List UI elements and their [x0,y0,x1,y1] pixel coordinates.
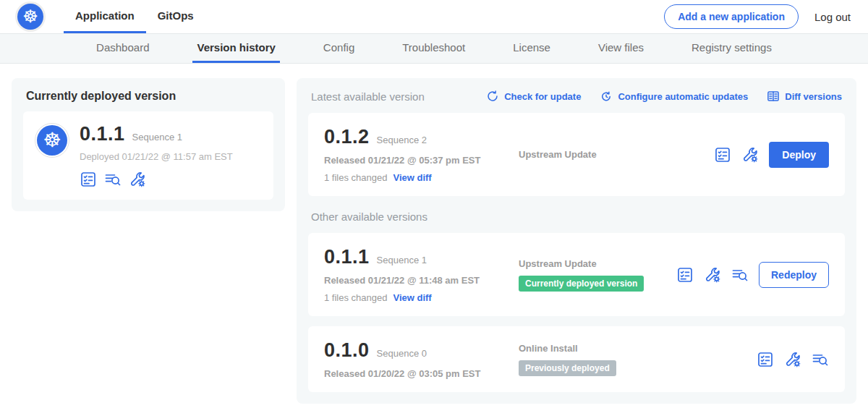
logout-button[interactable]: Log out [814,11,851,23]
tab-application-label: Application [75,9,135,22]
subnav-view-files-label: View files [598,41,644,54]
deployed-version: 0.1.1 [80,123,125,145]
subnav-troubleshoot-label: Troubleshoot [402,41,465,54]
deploy-button[interactable]: Deploy [769,142,829,168]
check-for-update-link[interactable]: Check for update [486,90,581,103]
subnav-items: Dashboard Version history Config Trouble… [92,34,776,63]
redeploy-button[interactable]: Redeploy [759,262,829,288]
logs-icon[interactable] [731,266,749,284]
version-source: Upstream Update Currently deployed versi… [509,258,676,292]
logs-icon[interactable] [104,171,122,188]
header-right: Add a new application Log out [664,0,851,33]
deployed-timestamp: Deployed 01/21/22 @ 11:57 am EST [80,151,233,162]
configure-automatic-updates-link[interactable]: Configure automatic updates [600,90,748,103]
view-diff-link[interactable]: View diff [393,172,431,183]
deployed-actions [80,171,233,188]
version-row-0-1-0: 0.1.0 Sequence 0 Released 01/20/22 @ 03:… [308,326,845,392]
release-notes-icon[interactable] [714,146,731,163]
app-root: ☸ Application GitOps Add a new applicati… [0,0,868,408]
version-sequence: Sequence 1 [377,255,427,265]
versions-panel-actions: Check for update Configure automatic upd… [486,90,842,103]
view-diff-link[interactable]: View diff [393,292,431,303]
diff-icon [767,90,780,103]
source-label: Upstream Update [519,149,714,160]
subnav-view-files[interactable]: View files [594,34,648,63]
released-timestamp: Released 01/21/22 @ 05:37 pm EST [324,155,509,166]
version-actions [757,351,829,368]
released-timestamp: Released 01/21/22 @ 11:48 am EST [324,275,509,286]
add-application-button[interactable]: Add a new application [664,4,799,29]
config-icon[interactable] [129,171,146,188]
deployed-sequence: Sequence 1 [132,132,182,143]
release-notes-icon[interactable] [676,266,694,284]
subnav-license[interactable]: License [509,34,555,63]
version-info: 0.1.0 Sequence 0 Released 01/20/22 @ 03:… [324,339,509,379]
version-info: 0.1.1 Sequence 1 Released 01/21/22 @ 11:… [324,246,509,303]
release-notes-icon[interactable] [80,171,97,188]
released-timestamp: Released 01/20/22 @ 03:05 pm EST [324,368,509,379]
version-source: Upstream Update [509,149,714,160]
latest-version-title: Latest available version [311,90,425,103]
subnav-config-label: Config [323,41,354,54]
check-for-update-label: Check for update [504,91,581,102]
currently-deployed-panel: Currently deployed version ☸ 0.1.1 Seque… [12,78,285,211]
config-icon[interactable] [704,266,721,284]
currently-deployed-card: ☸ 0.1.1 Sequence 1 Deployed 01/21/22 @ 1… [23,111,273,200]
subnav-config[interactable]: Config [319,34,359,63]
version-info: 0.1.2 Sequence 2 Released 01/21/22 @ 05:… [324,126,509,183]
version-actions: Deploy [714,142,829,168]
subnav-registry-settings-label: Registry settings [692,41,772,54]
version-row-0-1-2: 0.1.2 Sequence 2 Released 01/21/22 @ 05:… [308,113,845,196]
kubernetes-wheel-icon: ☸ [37,125,67,156]
currently-deployed-badge: Currently deployed version [519,276,644,292]
kubernetes-logo-icon: ☸ [17,4,43,30]
source-label: Online Install [519,343,757,354]
other-versions-title: Other available versions [311,211,842,223]
subnav-troubleshoot[interactable]: Troubleshoot [398,34,469,63]
versions-panel: Latest available version Check for updat… [297,78,856,404]
main-content: Currently deployed version ☸ 0.1.1 Seque… [0,64,868,408]
version-source: Online Install Previously deployed [509,343,757,376]
logs-icon[interactable] [812,351,829,368]
previously-deployed-badge: Previously deployed [519,360,616,376]
header-tabs: Application GitOps [64,0,205,33]
version-number: 0.1.0 [324,339,370,362]
source-label: Upstream Update [519,258,676,269]
tab-application[interactable]: Application [64,0,146,33]
config-icon[interactable] [741,146,759,163]
config-icon[interactable] [784,351,801,368]
subnav-version-history-label: Version history [197,41,275,54]
schedule-icon [600,90,613,103]
top-header: ☸ Application GitOps Add a new applicati… [0,0,868,33]
tab-gitops-label: GitOps [158,9,194,22]
versions-panel-header: Latest available version Check for updat… [311,90,842,103]
files-changed: 1 files changed [324,292,387,303]
configure-automatic-updates-label: Configure automatic updates [618,91,748,102]
version-sequence: Sequence 0 [377,348,427,359]
currently-deployed-title: Currently deployed version [26,90,271,103]
subnav-license-label: License [513,41,550,54]
version-number: 0.1.2 [324,126,370,148]
diff-versions-label: Diff versions [785,91,842,102]
diff-versions-link[interactable]: Diff versions [767,90,842,103]
subnav-version-history[interactable]: Version history [192,34,279,63]
version-sequence: Sequence 2 [377,135,427,145]
version-number: 0.1.1 [324,246,370,268]
deployed-card-body: 0.1.1 Sequence 1 Deployed 01/21/22 @ 11:… [80,123,233,188]
subnav-dashboard-label: Dashboard [96,41,149,54]
refresh-icon [486,90,499,103]
subnav-registry-settings[interactable]: Registry settings [687,34,776,63]
subnav-dashboard[interactable]: Dashboard [92,34,153,63]
version-actions: Redeploy [676,262,829,288]
version-row-0-1-1: 0.1.1 Sequence 1 Released 01/21/22 @ 11:… [308,233,845,316]
files-changed: 1 files changed [324,172,387,183]
app-logo: ☸ [35,123,69,158]
release-notes-icon[interactable] [757,351,774,368]
tab-gitops[interactable]: GitOps [146,0,205,33]
app-subnav: Dashboard Version history Config Trouble… [0,33,868,64]
